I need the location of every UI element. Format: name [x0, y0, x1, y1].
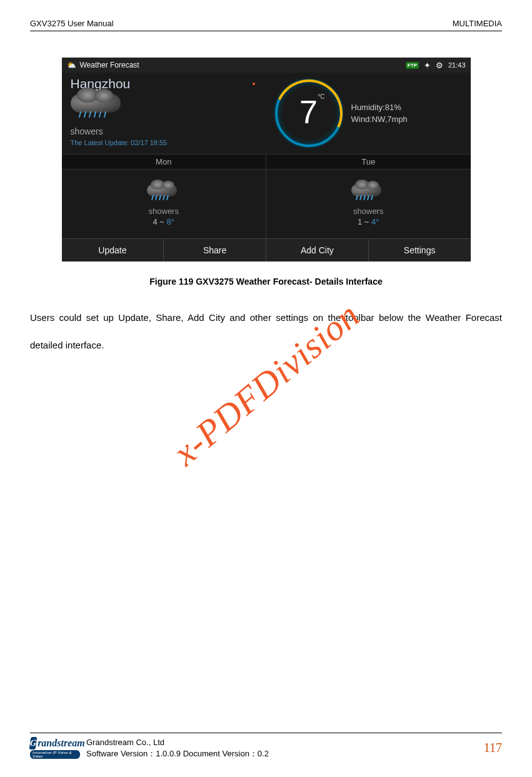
page-number: 117 — [484, 741, 502, 755]
clock-time: 21:43 — [448, 61, 466, 69]
forecast-cell-2: showers 1 ~ 4° — [266, 170, 471, 238]
header-left: GXV3275 User Manual — [30, 19, 114, 28]
forecast-day-1: Mon — [62, 155, 267, 169]
forecast-day-2: Tue — [266, 155, 471, 169]
current-condition: showers — [71, 126, 258, 136]
app-title: Weather Forecast — [80, 61, 139, 69]
forecast-2-condition: showers — [353, 206, 383, 216]
settings-icon: ⚙ — [436, 61, 443, 70]
ftp-badge: FTP — [406, 62, 419, 69]
page-header: GXV3275 User Manual MULTIMEDIA — [30, 19, 502, 31]
rain-icon — [147, 184, 181, 204]
weather-toolbar: Update Share Add City Settings — [62, 238, 471, 262]
header-right: MULTIMEDIA — [453, 19, 502, 28]
weather-screenshot: ⛅ Weather Forecast FTP ✦ ⚙ 21:43 Hangzho… — [62, 58, 471, 262]
cloud-icon: ⛅ — [67, 61, 76, 69]
last-update-label: The Latest Update: 02/17 18:55 — [71, 139, 258, 146]
footer-version: Software Version：1.0.0.9 Document Versio… — [86, 748, 269, 759]
add-city-button[interactable]: Add City — [266, 239, 369, 262]
forecast-2-temp: 1 ~ 4° — [358, 217, 379, 226]
temperature-gauge: 7 °C — [275, 79, 343, 147]
current-weather-panel: Hangzhou showers The Latest Update: 02/1… — [62, 73, 471, 154]
star-icon: ✦ — [424, 61, 431, 70]
grandstream-logo: Grandstream Innovative IP Voice & Video — [30, 737, 80, 759]
current-weather-icon — [71, 94, 127, 125]
humidity-label: Humidity:81% — [351, 101, 408, 114]
forecast-day-header: Mon Tue — [62, 154, 471, 170]
forecast-1-condition: showers — [149, 206, 179, 216]
forecast-row: showers 4 ~ 8° showers 1 ~ 4° — [62, 170, 471, 238]
rain-icon — [351, 184, 385, 204]
city-name: Hangzhou — [71, 76, 258, 91]
footer-company: Grandstream Co., Ltd — [86, 737, 269, 748]
figure-caption: Figure 119 GXV3275 Weather Forecast- Det… — [30, 277, 502, 287]
update-button[interactable]: Update — [62, 239, 164, 262]
settings-button[interactable]: Settings — [369, 239, 471, 262]
body-paragraph: Users could set up Update, Share, Add Ci… — [30, 304, 502, 358]
status-bar: ⛅ Weather Forecast FTP ✦ ⚙ 21:43 — [62, 58, 471, 73]
share-button[interactable]: Share — [164, 239, 266, 262]
indicator-dot — [253, 83, 255, 85]
temperature-unit: °C — [318, 93, 324, 100]
page-footer: Grandstream Innovative IP Voice & Video … — [30, 733, 502, 759]
wind-label: Wind:NW,7mph — [351, 113, 408, 126]
forecast-cell-1: showers 4 ~ 8° — [62, 170, 267, 238]
forecast-1-temp: 4 ~ 8° — [153, 217, 174, 226]
